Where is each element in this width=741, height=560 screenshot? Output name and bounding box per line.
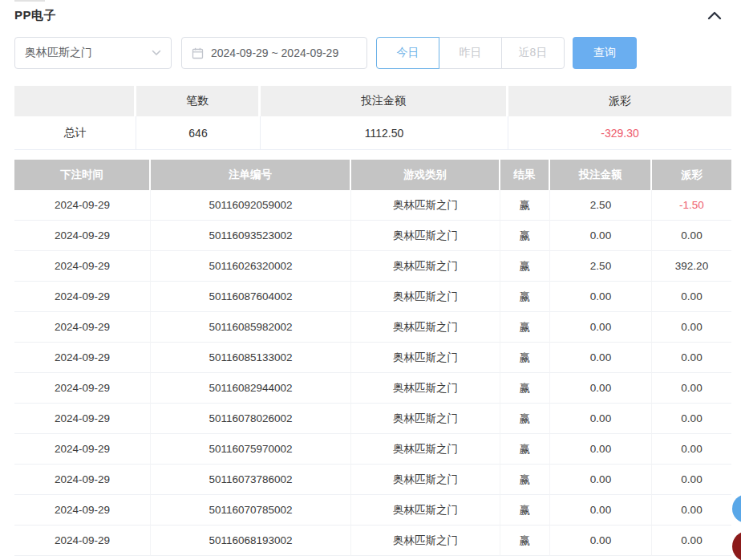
cell-game-category: 奥林匹斯之门 — [351, 312, 500, 343]
table-row: 2024-09-2950116075970002奥林匹斯之门赢0.000.00 — [14, 434, 731, 465]
date-range-value: 2024-09-29 ~ 2024-09-29 — [211, 47, 338, 59]
cell-result: 赢 — [500, 190, 550, 221]
search-button[interactable]: 查询 — [573, 37, 637, 69]
cell-result: 赢 — [500, 312, 550, 343]
date-range-input[interactable]: 2024-09-29 ~ 2024-09-29 — [181, 37, 367, 69]
cell-result: 赢 — [500, 434, 550, 465]
table-row: 2024-09-2950116078026002奥林匹斯之门赢0.000.00 — [14, 404, 731, 434]
page-title: PP电子 — [14, 8, 56, 23]
cell-bet-number: 50116078026002 — [151, 404, 351, 434]
table-row: 2024-09-2950116073786002奥林匹斯之门赢0.000.00 — [14, 465, 731, 495]
cell-bet-number: 50116070785002 — [151, 495, 351, 526]
cell-result: 赢 — [500, 495, 550, 526]
cell-bet-amount: 0.00 — [550, 221, 652, 251]
calendar-icon — [192, 47, 204, 59]
collapse-button[interactable] — [706, 10, 723, 22]
table-row: 2024-09-2950116085133002奥林匹斯之门赢0.000.00 — [14, 343, 731, 373]
cell-bet-number: 50116075970002 — [151, 434, 351, 465]
summary-total-label: 总计 — [14, 116, 136, 150]
cell-payout: -1.50 — [652, 190, 731, 221]
game-select-value: 奥林匹斯之门 — [25, 46, 92, 60]
cell-game-category: 奥林匹斯之门 — [351, 221, 500, 251]
quick-button-yesterday[interactable]: 昨日 — [439, 37, 502, 69]
cell-bet-number: 50116026320002 — [151, 251, 351, 282]
cell-bet-number: 50116085982002 — [151, 312, 351, 343]
table-row: 2024-09-2950116093523002奥林匹斯之门赢0.000.00 — [14, 221, 731, 251]
bet-records-table: 下注时间 注单编号 游戏类别 结果 投注金额 派彩 2024-09-295011… — [14, 160, 731, 556]
quick-button-last8days[interactable]: 近8日 — [501, 37, 565, 69]
cell-game-category: 奥林匹斯之门 — [351, 373, 500, 404]
summary-total-payout: -329.30 — [508, 116, 731, 150]
cell-payout: 0.00 — [652, 312, 731, 343]
header-result: 结果 — [500, 160, 550, 190]
summary-table: 笔数 投注金额 派彩 总计 646 1112.50 -329.30 — [14, 86, 731, 150]
summary-total-row: 总计 646 1112.50 -329.30 — [14, 116, 731, 150]
floating-widget-blue[interactable] — [732, 494, 741, 523]
summary-header-bet-amount: 投注金额 — [261, 86, 508, 116]
cell-payout: 0.00 — [652, 343, 731, 373]
cell-bet-number: 50116092059002 — [151, 190, 351, 221]
cell-game-category: 奥林匹斯之门 — [351, 465, 500, 495]
cell-bet-time: 2024-09-29 — [14, 495, 151, 526]
cell-bet-time: 2024-09-29 — [14, 343, 151, 373]
cell-bet-time: 2024-09-29 — [14, 526, 151, 556]
table-row: 2024-09-2950116092059002奥林匹斯之门赢2.50-1.50 — [14, 190, 731, 221]
cell-bet-amount: 0.00 — [550, 526, 652, 556]
cell-bet-amount: 0.00 — [550, 312, 652, 343]
cell-bet-amount: 0.00 — [550, 434, 652, 465]
cell-bet-number: 50116073786002 — [151, 465, 351, 495]
quick-button-today[interactable]: 今日 — [376, 37, 439, 69]
header-bet-number: 注单编号 — [151, 160, 351, 190]
cell-result: 赢 — [500, 404, 550, 434]
panel-header: PP电子 — [0, 0, 741, 23]
cell-result: 赢 — [500, 282, 550, 312]
cell-bet-number: 50116093523002 — [151, 221, 351, 251]
cell-bet-time: 2024-09-29 — [14, 282, 151, 312]
chevron-down-icon — [152, 50, 161, 56]
cell-result: 赢 — [500, 251, 550, 282]
header-game-category: 游戏类别 — [351, 160, 500, 190]
summary-total-bet-amount: 1112.50 — [261, 116, 508, 150]
cell-payout: 0.00 — [652, 465, 731, 495]
summary-total-count: 646 — [136, 116, 261, 150]
bet-records-panel: { "page": { "title": "PP电子" }, "icons": … — [0, 0, 741, 560]
cell-payout: 0.00 — [652, 434, 731, 465]
table-row: 2024-09-2950116026320002奥林匹斯之门赢2.50392.2… — [14, 251, 731, 282]
table-row: 2024-09-2950116087604002奥林匹斯之门赢0.000.00 — [14, 282, 731, 312]
clipped-tab-edge — [14, 0, 45, 2]
table-row: 2024-09-2950116070785002奥林匹斯之门赢0.000.00 — [14, 495, 731, 526]
table-row: 2024-09-2950116068193002奥林匹斯之门赢0.000.00 — [14, 526, 731, 556]
cell-game-category: 奥林匹斯之门 — [351, 190, 500, 221]
cell-game-category: 奥林匹斯之门 — [351, 343, 500, 373]
cell-bet-amount: 0.00 — [550, 495, 652, 526]
cell-bet-time: 2024-09-29 — [14, 251, 151, 282]
summary-header-payout: 派彩 — [508, 86, 731, 116]
cell-bet-time: 2024-09-29 — [14, 373, 151, 404]
cell-bet-number: 50116085133002 — [151, 343, 351, 373]
cell-bet-amount: 0.00 — [550, 282, 652, 312]
header-bet-time: 下注时间 — [14, 160, 151, 190]
summary-header-count: 笔数 — [136, 86, 261, 116]
cell-bet-amount: 0.00 — [550, 404, 652, 434]
bet-table-body: 2024-09-2950116092059002奥林匹斯之门赢2.50-1.50… — [14, 190, 731, 556]
game-select[interactable]: 奥林匹斯之门 — [14, 37, 172, 69]
cell-bet-number: 50116082944002 — [151, 373, 351, 404]
floating-widget-red[interactable] — [732, 531, 741, 560]
table-row: 2024-09-2950116085982002奥林匹斯之门赢0.000.00 — [14, 312, 731, 343]
cell-bet-time: 2024-09-29 — [14, 404, 151, 434]
cell-bet-time: 2024-09-29 — [14, 221, 151, 251]
cell-result: 赢 — [500, 373, 550, 404]
cell-game-category: 奥林匹斯之门 — [351, 526, 500, 556]
cell-payout: 0.00 — [652, 373, 731, 404]
cell-result: 赢 — [500, 221, 550, 251]
chevron-up-icon — [707, 11, 722, 20]
table-row: 2024-09-2950116082944002奥林匹斯之门赢0.000.00 — [14, 373, 731, 404]
cell-result: 赢 — [500, 343, 550, 373]
cell-bet-number: 50116087604002 — [151, 282, 351, 312]
cell-payout: 0.00 — [652, 526, 731, 556]
cell-bet-time: 2024-09-29 — [14, 434, 151, 465]
cell-payout: 0.00 — [652, 495, 731, 526]
quick-range-button-group: 今日 昨日 近8日 — [376, 37, 565, 69]
cell-bet-amount: 0.00 — [550, 343, 652, 373]
filter-bar: 奥林匹斯之门 2024-09-29 ~ 2024-09-29 今日 昨日 近8日… — [14, 37, 727, 69]
